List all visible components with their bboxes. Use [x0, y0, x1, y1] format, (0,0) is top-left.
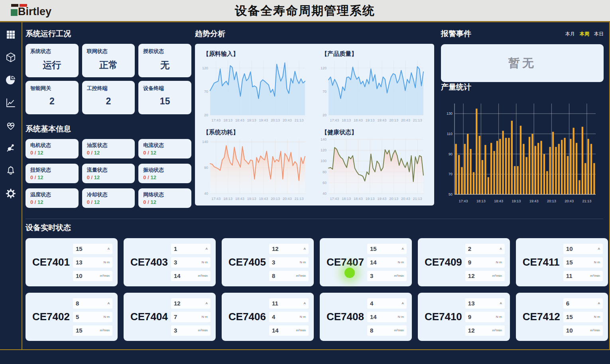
svg-text:20:13: 20:13 — [271, 197, 280, 201]
device-card-CE7408[interactable]: CE74084A14N·m8m³/min — [320, 293, 412, 341]
chart-title: 【健康状态】 — [321, 129, 431, 136]
svg-text:17:43: 17:43 — [459, 199, 468, 203]
basic-info-grid: 电机状态0 / 12油泵状态0 / 12电流状态0 / 12扭矩状态0 / 12… — [26, 139, 191, 208]
metric-value: 11 — [272, 300, 278, 307]
device-card-CE7412[interactable]: CE74126A15N·m10m³/min — [516, 293, 608, 341]
pie-chart-icon[interactable] — [5, 74, 17, 86]
metric-unit: A — [598, 247, 600, 250]
devices-title: 设备实时状态 — [26, 223, 603, 233]
svg-text:19:13: 19:13 — [366, 118, 375, 122]
card-label: 流量状态 — [87, 166, 130, 174]
device-card-CE7401[interactable]: CE740115A13N·m10m³/min — [26, 238, 118, 286]
metric-value: 3 — [272, 259, 275, 266]
metric-unit: A — [304, 247, 306, 250]
metric-value: 15 — [566, 259, 573, 266]
metric-value: 12 — [174, 300, 181, 307]
metric-value: 3 — [370, 272, 373, 279]
molecule-icon[interactable] — [5, 142, 17, 154]
device-metric-row: 8A — [73, 298, 112, 309]
svg-text:110: 110 — [447, 132, 453, 136]
metric-value: 3 — [174, 327, 177, 334]
chart-title: 【产品质量】 — [321, 50, 431, 58]
bell-icon[interactable] — [5, 165, 17, 177]
device-metric-row: 14N·m — [367, 312, 407, 322]
device-name: CE7412 — [521, 311, 560, 323]
device-name: CE7409 — [423, 256, 462, 268]
alarm-tab-0[interactable]: 本月 — [565, 31, 575, 37]
metric-value: 14 — [370, 313, 377, 320]
metric-unit: A — [402, 301, 404, 305]
svg-text:20:13: 20:13 — [547, 199, 556, 203]
alarm-tab-2[interactable]: 本日 — [594, 31, 604, 37]
svg-text:18:13: 18:13 — [223, 197, 232, 201]
card-label: 系统状态 — [30, 48, 74, 55]
metric-unit: m³/min — [394, 274, 403, 278]
svg-text:40: 40 — [204, 192, 208, 196]
health-pulse-icon[interactable] — [5, 119, 17, 131]
metric-unit: N·m — [496, 315, 502, 319]
device-card-CE7407[interactable]: CE740715A14N·m3m³/min — [320, 238, 412, 286]
svg-text:140: 140 — [202, 140, 208, 144]
card-label: 授权状态 — [143, 48, 187, 55]
device-name: CE7401 — [31, 256, 70, 268]
metric-value: 15 — [566, 313, 573, 320]
card-label: 油泵状态 — [87, 142, 130, 149]
svg-text:70: 70 — [449, 172, 453, 176]
svg-text:20:43: 20:43 — [283, 197, 292, 201]
gear-icon[interactable] — [5, 188, 17, 200]
svg-text:20:43: 20:43 — [283, 118, 292, 122]
metric-value: 13 — [76, 259, 83, 266]
svg-text:18:13: 18:13 — [342, 197, 351, 201]
device-name: CE7405 — [227, 256, 266, 268]
metric-value: 13 — [468, 300, 475, 307]
trend-card: 【原料输入】207012017:4318:1318:4319:1319:4320… — [195, 44, 434, 205]
apps-grid-icon[interactable] — [5, 29, 17, 41]
device-card-CE7411[interactable]: CE741110A15N·m11m³/min — [516, 238, 608, 286]
device-card-CE7410[interactable]: CE741013A9N·m12m³/min — [418, 293, 510, 341]
card-label: 联网状态 — [87, 48, 130, 55]
device-metric-row: 3N·m — [171, 257, 211, 268]
svg-text:19:13: 19:13 — [512, 199, 521, 203]
metric-unit: A — [108, 247, 110, 250]
device-metric-row: 8m³/min — [367, 325, 407, 336]
metric-unit: A — [206, 247, 208, 250]
device-card-CE7403[interactable]: CE74031A3N·m14m³/min — [124, 238, 216, 286]
raw_input-chart: 207012017:4318:1318:4319:1319:4320:1320:… — [198, 58, 309, 124]
metric-unit: A — [500, 247, 502, 250]
metric-unit: N·m — [594, 260, 600, 264]
svg-text:20:43: 20:43 — [565, 199, 574, 203]
metric-value: 10 — [566, 327, 573, 334]
metric-value: 8 — [370, 327, 373, 334]
device-metrics: 8A5N·m15m³/min — [73, 298, 112, 336]
devices-panel: 设备实时状态 CE740115A13N·m10m³/minCE74031A3N·… — [26, 219, 603, 341]
device-card-CE7404[interactable]: CE740412A7N·m3m³/min — [124, 293, 216, 341]
metric-unit: A — [598, 301, 600, 305]
card-label: 温度状态 — [30, 191, 74, 198]
page-title: 设备全寿命周期管理系统 — [0, 3, 610, 19]
device-card-CE7405[interactable]: CE740512A3N·m8m³/min — [222, 238, 314, 286]
svg-text:18:43: 18:43 — [354, 118, 363, 122]
device-card-CE7409[interactable]: CE74092A9N·m12m³/min — [418, 238, 510, 286]
device-metric-row: 3m³/min — [171, 325, 211, 336]
line-chart-icon[interactable] — [5, 97, 17, 109]
svg-text:18:13: 18:13 — [223, 118, 232, 122]
metric-unit: m³/min — [394, 329, 403, 332]
svg-text:19:43: 19:43 — [259, 118, 268, 122]
metric-value: 15 — [370, 245, 377, 252]
device-metrics: 15A14N·m3m³/min — [367, 244, 407, 281]
alarm-tab-1[interactable]: 本周 — [580, 31, 589, 37]
device-card-CE7406[interactable]: CE740611A4N·m14m³/min — [222, 293, 314, 341]
chart-title: 【系统功耗】 — [203, 129, 313, 136]
device-metric-row: 4N·m — [269, 312, 309, 322]
run-status-card: 工控终端2 — [82, 81, 135, 114]
svg-text:19:13: 19:13 — [366, 197, 375, 201]
basic-info-card: 流量状态0 / 12 — [82, 164, 135, 183]
svg-text:60: 60 — [323, 181, 327, 185]
device-metric-row: 13A — [465, 298, 505, 309]
svg-text:20: 20 — [323, 113, 327, 117]
system-status-panel: 系统运行工况 系统状态运行联网状态正常授权状态无智能网关2工控终端2设备终端15… — [26, 29, 191, 208]
chart-title: 【原料输入】 — [203, 50, 313, 58]
cube-icon[interactable] — [5, 51, 17, 63]
metric-value: 12 — [468, 272, 475, 279]
device-card-CE7402[interactable]: CE74028A5N·m15m³/min — [26, 293, 118, 341]
